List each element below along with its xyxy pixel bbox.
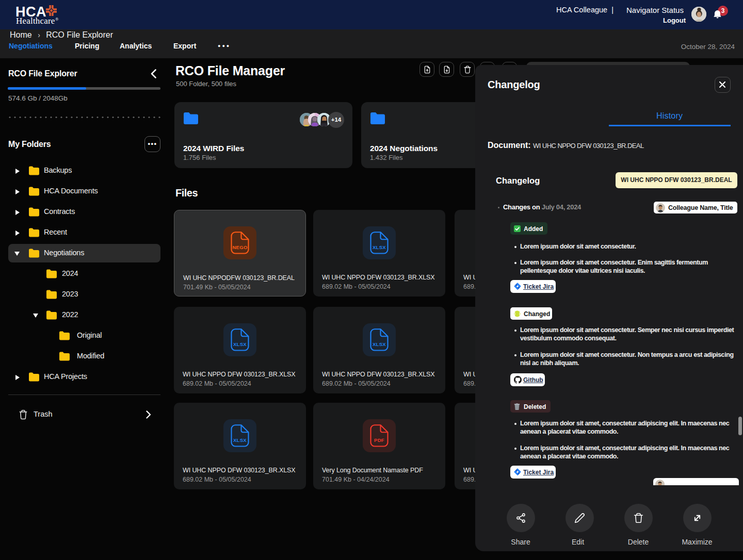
svg-text:XLSX: XLSX bbox=[373, 341, 386, 347]
svg-text:NEGO: NEGO bbox=[232, 244, 247, 250]
svg-text:PDF: PDF bbox=[374, 437, 384, 443]
svg-text:XLSX: XLSX bbox=[233, 341, 247, 347]
svg-text:XLSX: XLSX bbox=[373, 244, 386, 250]
svg-text:XLSX: XLSX bbox=[233, 437, 247, 443]
